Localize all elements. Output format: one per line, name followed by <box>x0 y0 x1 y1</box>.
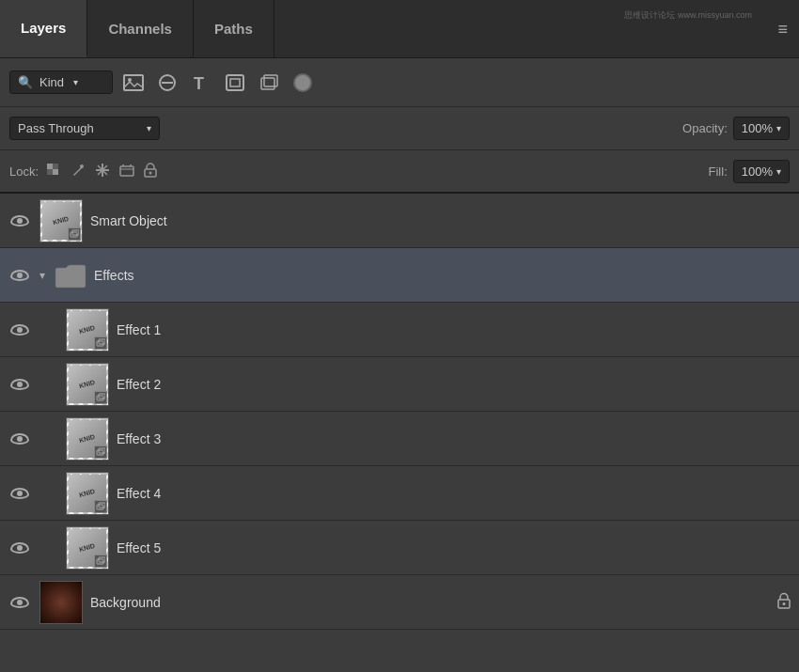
layer-name-effects-group: Effects <box>94 268 791 283</box>
kind-dropdown[interactable]: 🔍 Kind ▾ <box>9 70 113 94</box>
fill-input[interactable]: 100% ▾ <box>733 160 790 183</box>
eye-icon <box>10 215 29 227</box>
opacity-input[interactable]: 100% ▾ <box>733 117 790 140</box>
layer-row-effect2[interactable]: KNID Effect 2 <box>0 357 799 412</box>
visibility-toggle-smart-object[interactable] <box>8 209 32 233</box>
layer-name-effect5: Effect 5 <box>117 540 791 555</box>
smart-badge <box>94 555 107 568</box>
layer-row-effect3[interactable]: KNID Effect 3 <box>0 412 799 466</box>
blend-mode-arrow-icon: ▾ <box>147 123 151 133</box>
svg-point-37 <box>783 602 786 605</box>
pixel-filter-icon[interactable] <box>290 70 316 96</box>
layers-panel: Layers Channels Paths 思维设计论坛 www.missyua… <box>0 0 799 672</box>
layer-thumbnail-effect4: KNID <box>66 472 109 515</box>
svg-rect-12 <box>53 164 58 169</box>
layers-list: KNID Smart Object ▾ <box>0 194 799 672</box>
layer-name-effect4: Effect 4 <box>117 486 791 501</box>
svg-point-13 <box>80 164 84 168</box>
visibility-toggle-effect2[interactable] <box>8 372 32 397</box>
smart-badge <box>94 391 107 404</box>
eye-icon <box>10 379 29 390</box>
kind-arrow-icon: ▾ <box>73 77 78 87</box>
opacity-arrow-icon: ▾ <box>776 123 781 133</box>
layer-name-smart-object: Smart Object <box>90 213 791 228</box>
blend-mode-dropdown[interactable]: Pass Through ▾ <box>9 117 160 140</box>
panel-menu-button[interactable]: ≡ <box>777 21 788 38</box>
layer-row-background[interactable]: Background <box>0 575 799 630</box>
svg-rect-7 <box>261 78 274 89</box>
smart-badge <box>94 500 107 513</box>
layer-row-effect4[interactable]: KNID Effect 4 <box>0 466 799 521</box>
eye-icon <box>10 488 29 499</box>
tab-paths[interactable]: Paths <box>194 0 274 57</box>
fill-label: Fill: <box>709 164 728 179</box>
image-filter-icon[interactable] <box>120 70 147 96</box>
layer-row-effect5[interactable]: KNID Effect 5 <box>0 521 799 575</box>
lock-row: Lock: <box>0 150 799 194</box>
watermark-text: 思维设计论坛 www.missyuan.com <box>624 9 752 22</box>
layer-name-effect3: Effect 3 <box>117 431 791 446</box>
visibility-toggle-effect3[interactable] <box>8 427 32 451</box>
layer-thumbnail-background <box>39 581 83 624</box>
smart-badge <box>94 445 107 459</box>
layer-thumbnail-effect2: KNID <box>66 363 109 406</box>
svg-rect-9 <box>47 164 53 169</box>
layer-row-smart-object[interactable]: KNID Smart Object <box>0 194 799 248</box>
background-lock-icon <box>776 592 791 613</box>
opacity-label: Opacity: <box>682 121 728 135</box>
svg-rect-5 <box>227 75 243 90</box>
svg-rect-0 <box>124 75 143 90</box>
svg-rect-8 <box>264 75 277 86</box>
smart-object-filter-icon[interactable] <box>256 70 282 96</box>
layer-row-effects-group[interactable]: ▾ Effects <box>0 248 799 303</box>
eye-icon <box>10 542 29 554</box>
layer-name-effect1: Effect 1 <box>117 322 791 337</box>
tab-channels[interactable]: Channels <box>87 0 194 57</box>
lock-artboard-icon[interactable] <box>119 163 134 180</box>
visibility-toggle-effect4[interactable] <box>8 481 32 506</box>
visibility-toggle-effect1[interactable] <box>8 318 32 342</box>
shape-filter-icon[interactable] <box>222 70 248 96</box>
kind-row: 🔍 Kind ▾ T <box>0 58 799 107</box>
smart-badge <box>68 227 81 241</box>
eye-icon <box>10 433 29 445</box>
layer-thumbnail-effect5: KNID <box>66 526 109 570</box>
lock-icons-group <box>46 163 157 180</box>
search-icon: 🔍 <box>18 75 33 89</box>
layer-thumbnail-effect1: KNID <box>66 308 109 352</box>
adjustment-filter-icon[interactable] <box>154 70 180 96</box>
lock-position-icon[interactable] <box>95 163 110 180</box>
kind-label: Kind <box>39 75 64 89</box>
svg-rect-6 <box>230 79 240 86</box>
smart-badge <box>94 336 107 350</box>
fill-arrow-icon: ▾ <box>776 166 781 177</box>
svg-point-23 <box>149 171 152 174</box>
layer-row-effect1[interactable]: KNID Effect 1 <box>0 303 799 357</box>
layer-thumbnail-effect3: KNID <box>66 417 109 461</box>
opacity-group: Opacity: 100% ▾ <box>682 117 790 140</box>
type-filter-icon[interactable]: T <box>188 70 214 96</box>
layer-name-background: Background <box>90 595 769 610</box>
blend-mode-label: Pass Through <box>18 121 94 135</box>
blend-row: Pass Through ▾ Opacity: 100% ▾ <box>0 107 799 150</box>
lock-all-icon[interactable] <box>144 163 157 180</box>
eye-icon <box>10 270 29 281</box>
lock-transparent-icon[interactable] <box>46 163 61 180</box>
folder-thumbnail <box>55 262 86 289</box>
visibility-toggle-effects[interactable] <box>8 263 32 288</box>
lock-image-icon[interactable] <box>70 163 86 180</box>
svg-rect-18 <box>120 166 133 176</box>
group-expand-arrow-icon[interactable]: ▾ <box>39 269 45 282</box>
svg-text:T: T <box>194 74 204 91</box>
layer-name-effect2: Effect 2 <box>117 377 791 392</box>
tab-bar: Layers Channels Paths 思维设计论坛 www.missyua… <box>0 0 799 58</box>
visibility-toggle-background[interactable] <box>8 590 32 615</box>
tab-layers[interactable]: Layers <box>0 0 87 57</box>
svg-rect-11 <box>47 169 53 175</box>
visibility-toggle-effect5[interactable] <box>8 536 32 560</box>
layer-thumbnail-smart-object: KNID <box>39 199 83 242</box>
eye-icon <box>10 597 29 608</box>
svg-rect-10 <box>53 169 58 175</box>
lock-label: Lock: <box>9 164 39 179</box>
eye-icon <box>10 324 29 336</box>
